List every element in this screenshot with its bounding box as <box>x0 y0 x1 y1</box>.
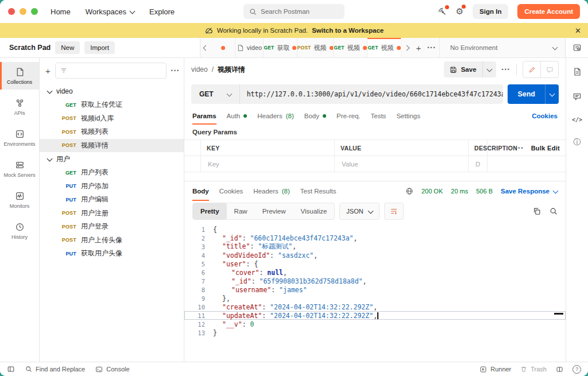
request-more-button[interactable]: ••• <box>502 67 510 72</box>
request-tab-1[interactable]: GET 获取 <box>264 38 297 57</box>
announcements-button[interactable] <box>438 7 447 16</box>
tab-options-button[interactable]: ••• <box>424 38 439 57</box>
request-tab-video[interactable]: video <box>235 38 264 57</box>
collection-group-users[interactable]: 用户 <box>40 152 184 166</box>
runner-button[interactable]: Runner <box>479 366 511 373</box>
request-tab-3[interactable]: GET 视频 <box>334 38 368 57</box>
help-icon[interactable]: ? <box>572 365 581 374</box>
tab-prerequest[interactable]: Pre-req. <box>336 107 361 125</box>
toggle-sidebar-button[interactable] <box>7 365 15 373</box>
response-tab-body[interactable]: Body <box>192 181 209 201</box>
breadcrumb-current[interactable]: 视频详情 <box>218 65 245 75</box>
sidebar-item-collections[interactable]: Collections <box>0 62 39 90</box>
new-button[interactable]: New <box>55 41 80 54</box>
save-response-button[interactable]: Save Response <box>501 188 558 195</box>
minimize-window-button[interactable] <box>20 8 26 15</box>
tabs-scroll-left-button[interactable] <box>200 38 212 57</box>
tree-more-button[interactable]: ••• <box>171 68 180 73</box>
mode-raw[interactable]: Raw <box>227 203 255 219</box>
response-tab-test-results[interactable]: Test Results <box>300 181 336 201</box>
scrollbar-cursor-marker[interactable] <box>554 313 563 315</box>
bulk-edit-button[interactable]: Bulk Edit <box>531 145 560 152</box>
global-search[interactable]: Search Postman <box>243 4 345 19</box>
mode-pretty[interactable]: Pretty <box>193 203 227 219</box>
comments-icon[interactable] <box>572 92 582 101</box>
breadcrumb-parent[interactable]: video <box>191 65 208 73</box>
request-item[interactable]: POST用户登录 <box>40 220 184 234</box>
sidebar-item-environments[interactable]: Environments <box>0 124 39 152</box>
response-code[interactable]: 1{2"_id": "660c1714ebce43f47c17243a",3"t… <box>184 222 566 362</box>
tab-body[interactable]: Body <box>304 107 326 125</box>
request-item[interactable]: POST视频id入库 <box>40 112 184 126</box>
save-button[interactable]: Save <box>444 61 482 77</box>
tab-settings[interactable]: Settings <box>396 107 420 125</box>
close-window-button[interactable] <box>8 8 15 15</box>
time-badge[interactable]: 20 ms <box>451 188 468 195</box>
tab-headers[interactable]: Headers(8) <box>257 107 294 125</box>
key-input[interactable] <box>207 160 328 168</box>
collection-group-video[interactable]: video <box>40 84 184 98</box>
tabs-scroll-right-button[interactable] <box>401 38 413 57</box>
request-item[interactable]: POST用户上传头像 <box>40 234 184 247</box>
filter-box[interactable] <box>55 63 167 79</box>
description-input[interactable] <box>474 160 481 168</box>
import-button[interactable]: Import <box>84 41 115 54</box>
nav-home[interactable]: Home <box>51 7 71 16</box>
search-response-icon[interactable] <box>550 207 558 215</box>
maximize-window-button[interactable] <box>31 8 38 15</box>
sidebar-item-monitors[interactable]: Monitors <box>0 186 39 214</box>
request-tab-active[interactable]: GET 视频 <box>368 38 401 57</box>
request-item[interactable]: GET用户列表 <box>40 166 184 180</box>
add-collection-button[interactable]: + <box>45 66 51 76</box>
request-tab-2[interactable]: POST 视频 <box>297 38 334 57</box>
sidebar-item-history[interactable]: History <box>0 217 39 245</box>
table-more-button[interactable]: ••• <box>515 145 524 151</box>
banner-close-icon[interactable]: ✕ <box>575 26 581 35</box>
method-select[interactable]: GET <box>191 90 239 98</box>
nav-workspaces[interactable]: Workspaces <box>86 7 134 16</box>
request-item-selected[interactable]: POST视频详情 <box>40 139 184 153</box>
request-item[interactable]: PUT用户编辑 <box>40 193 184 207</box>
find-and-replace-button[interactable]: Find and Replace <box>25 366 85 373</box>
sidebar-item-apis[interactable]: APIs <box>0 93 39 121</box>
size-badge[interactable]: 506 B <box>476 188 493 195</box>
settings-button[interactable]: ⚙ <box>456 6 463 17</box>
create-account-button[interactable]: Create Account <box>517 4 580 19</box>
comment-button[interactable] <box>541 61 558 77</box>
tab-auth[interactable]: Auth <box>227 107 247 125</box>
mode-visualize[interactable]: Visualize <box>293 203 335 219</box>
documentation-icon[interactable] <box>572 67 582 76</box>
status-badge[interactable]: 200 OK <box>421 188 443 195</box>
send-options-button[interactable] <box>545 84 559 104</box>
info-icon[interactable]: ⓘ <box>574 138 581 146</box>
nav-explore[interactable]: Explore <box>149 7 175 16</box>
copy-icon[interactable] <box>533 207 541 215</box>
trash-button[interactable]: Trash <box>520 366 547 373</box>
save-options-button[interactable] <box>482 61 496 77</box>
mode-preview[interactable]: Preview <box>255 203 293 219</box>
response-tab-cookies[interactable]: Cookies <box>219 181 243 201</box>
new-tab-button[interactable]: + <box>413 38 424 57</box>
environment-quicklook-button[interactable] <box>565 38 588 57</box>
request-tab-partial[interactable] <box>212 38 235 57</box>
wrap-lines-button[interactable] <box>384 203 404 220</box>
cookies-link[interactable]: Cookies <box>532 113 558 119</box>
send-button[interactable]: Send <box>508 84 545 104</box>
filter-input[interactable] <box>71 67 161 75</box>
tab-tests[interactable]: Tests <box>371 107 386 125</box>
tab-params[interactable]: Params <box>192 107 216 125</box>
value-input[interactable] <box>341 160 462 168</box>
format-select[interactable]: JSON <box>339 203 379 220</box>
switch-workspace-link[interactable]: Switch to a Workspace <box>312 27 384 34</box>
request-item[interactable]: GET获取上传凭证 <box>40 98 184 112</box>
response-tab-headers[interactable]: Headers(8) <box>253 181 290 201</box>
two-pane-view-button[interactable] <box>556 366 563 373</box>
sidebar-item-mock-servers[interactable]: Mock Servers <box>0 155 39 183</box>
rename-button[interactable] <box>523 61 541 77</box>
request-item[interactable]: POST用户注册 <box>40 207 184 220</box>
environment-selector[interactable]: No Environment <box>439 38 565 57</box>
code-snippet-icon[interactable]: </> <box>572 117 582 123</box>
sign-in-button[interactable]: Sign In <box>473 4 508 19</box>
request-item[interactable]: PUT获取用户头像 <box>40 247 184 261</box>
request-item[interactable]: POST视频列表 <box>40 125 184 139</box>
